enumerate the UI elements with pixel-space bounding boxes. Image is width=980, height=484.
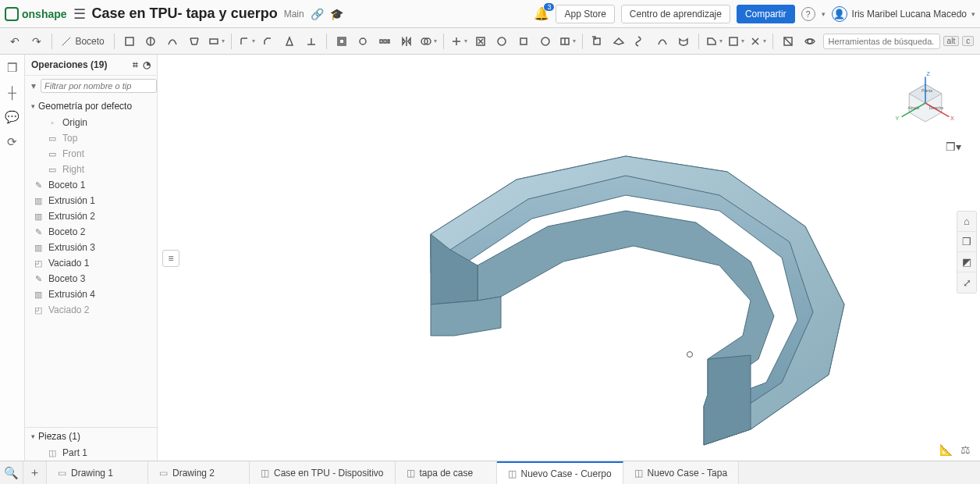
move-face-icon[interactable]	[515, 32, 532, 51]
pattern-linear-icon[interactable]	[376, 32, 393, 51]
viewport[interactable]: ≡	[158, 55, 980, 461]
home-view-icon[interactable]: ⌂	[957, 212, 976, 232]
fillet-icon[interactable]	[238, 32, 255, 51]
split-icon[interactable]	[559, 32, 576, 51]
features-title: Operaciones (19)	[31, 59, 107, 70]
default-geometry-label: Geometría por defecto	[38, 101, 132, 112]
surface-icon[interactable]	[676, 32, 693, 51]
tab-search-icon[interactable]: 🔍	[0, 461, 23, 484]
undo-icon[interactable]: ↶	[6, 32, 23, 51]
tree-feature[interactable]: ✎Boceto 3	[25, 271, 157, 286]
tab-drawing-1[interactable]: ▭Drawing 1	[47, 461, 148, 484]
part-icon: ◫	[47, 448, 58, 458]
learning-center-button[interactable]: Centro de aprendizaje	[621, 5, 730, 23]
plane-icon: ▭	[47, 149, 58, 159]
extrude-icon[interactable]	[121, 32, 138, 51]
rail-history-icon[interactable]: ⟳	[7, 135, 17, 149]
thicken-icon[interactable]	[208, 32, 225, 51]
link-icon[interactable]: 🔗	[311, 8, 324, 20]
delete-face-icon[interactable]	[472, 32, 489, 51]
search-input[interactable]	[823, 34, 940, 49]
user-name: Iris Maribel Lucana Macedo	[852, 9, 967, 20]
zoom-fit-icon[interactable]: ⤢	[957, 272, 976, 293]
app-store-button[interactable]: App Store	[556, 5, 614, 23]
tree-feature[interactable]: ◰Vaciado 2	[25, 302, 157, 318]
revolve-icon[interactable]	[142, 32, 159, 51]
tree-front-plane[interactable]: ▭Front	[25, 146, 157, 162]
funnel-icon[interactable]: ▾	[31, 80, 36, 91]
measure-icon[interactable]: 📐	[939, 443, 953, 456]
tree-feature[interactable]: ✎Boceto 1	[25, 177, 157, 193]
view-cube[interactable]: Z X Y Planta Derecha Alzado	[894, 69, 957, 131]
mirror-icon[interactable]	[398, 32, 415, 51]
tree-origin[interactable]: ◦Origin	[25, 115, 157, 130]
tab-part-cuerpo[interactable]: ◫Nuevo Case - Cuerpo	[497, 461, 623, 484]
sheet-metal-icon[interactable]	[705, 32, 723, 51]
section-view-icon[interactable]	[779, 32, 797, 51]
frame-icon[interactable]	[727, 32, 744, 51]
show-hide-icon[interactable]	[801, 32, 818, 51]
boolean-icon[interactable]	[420, 32, 437, 51]
curve-icon[interactable]	[654, 32, 671, 51]
svg-rect-8	[388, 40, 389, 43]
chevron-down-icon: ▾	[31, 432, 35, 440]
tree-feature[interactable]: ▥Extrusión 2	[25, 208, 157, 224]
rail-cube-icon[interactable]: ❒	[7, 61, 17, 75]
help-icon[interactable]: ?	[801, 7, 815, 21]
features-camera-icon[interactable]: ⌗	[133, 59, 138, 70]
isometric-icon[interactable]: ❒	[957, 232, 976, 252]
sketch-button[interactable]: Boceto	[58, 34, 107, 48]
loft-icon[interactable]	[186, 32, 203, 51]
chevron-down-icon: ▾	[31, 102, 35, 110]
modify-fillet-icon[interactable]	[493, 32, 510, 51]
brand-text: onshape	[22, 8, 67, 20]
notifications-icon[interactable]: 🔔3	[534, 6, 549, 21]
feature-tree[interactable]: ▾ Geometría por defecto ◦Origin ▭Top ▭Fr…	[25, 96, 157, 427]
rib-icon[interactable]	[303, 32, 320, 51]
tree-feature[interactable]: ▥Extrusión 3	[25, 240, 157, 255]
tab-add-icon[interactable]: ＋	[23, 461, 47, 484]
feature-filter-input[interactable]	[41, 79, 157, 93]
helix-icon[interactable]	[632, 32, 649, 51]
document-menu-icon[interactable]: ☰	[73, 5, 86, 23]
rail-comments-icon[interactable]: 💬	[5, 110, 20, 124]
share-button[interactable]: Compartir	[737, 5, 795, 23]
rail-add-feature-icon[interactable]: ┼	[8, 86, 16, 99]
graduation-icon[interactable]: 🎓	[330, 8, 343, 20]
tree-feature[interactable]: ✎Boceto 2	[25, 224, 157, 240]
replace-face-icon[interactable]	[537, 32, 554, 51]
tree-collapse-icon[interactable]: ≡	[162, 250, 179, 267]
tab-part-tapa[interactable]: ◫tapa de case	[396, 461, 497, 484]
features-timer-icon[interactable]: ◔	[143, 59, 151, 70]
hole-icon[interactable]	[354, 32, 371, 51]
variable-icon[interactable]	[749, 32, 766, 51]
sweep-icon[interactable]	[164, 32, 181, 51]
tree-feature[interactable]: ◰Vaciado 1	[25, 255, 157, 271]
tab-part-device[interactable]: ◫Case en TPU - Dispositivo	[250, 461, 396, 484]
chamfer-icon[interactable]	[260, 32, 277, 51]
branch-label[interactable]: Main	[284, 9, 304, 20]
tree-top-plane[interactable]: ▭Top	[25, 130, 157, 146]
section-icon[interactable]: ◩	[957, 252, 976, 272]
tree-right-plane[interactable]: ▭Right	[25, 162, 157, 177]
redo-icon[interactable]: ↷	[28, 32, 45, 51]
draft-icon[interactable]	[281, 32, 298, 51]
tab-drawing-2[interactable]: ▭Drawing 2	[148, 461, 250, 484]
document-title[interactable]: Case en TPU- tapa y cuerpo	[92, 5, 278, 22]
help-caret-icon[interactable]: ▾	[822, 10, 826, 18]
default-geometry-node[interactable]: ▾ Geometría por defecto	[25, 98, 157, 115]
mass-props-icon[interactable]: ⚖	[960, 443, 971, 456]
parts-section[interactable]: ▾ Piezas (1)	[25, 428, 157, 445]
tree-feature[interactable]: ▥Extrusión 1	[25, 193, 157, 208]
view-menu-icon[interactable]: ❒▾	[946, 141, 961, 153]
tree-feature[interactable]: ▥Extrusión 4	[25, 286, 157, 302]
shell-icon[interactable]	[333, 32, 350, 51]
tab-part-tapa2[interactable]: ◫Nuevo Case - Tapa	[623, 461, 740, 484]
shell-icon: ◰	[33, 305, 44, 315]
user-menu[interactable]: 👤 Iris Maribel Lucana Macedo ▾	[832, 6, 975, 22]
brand-logo[interactable]: onshape	[5, 7, 67, 21]
derived-icon[interactable]	[589, 32, 606, 51]
transform-icon[interactable]	[450, 32, 467, 51]
part-item[interactable]: ◫Part 1	[25, 445, 157, 461]
plane-icon[interactable]	[610, 32, 627, 51]
